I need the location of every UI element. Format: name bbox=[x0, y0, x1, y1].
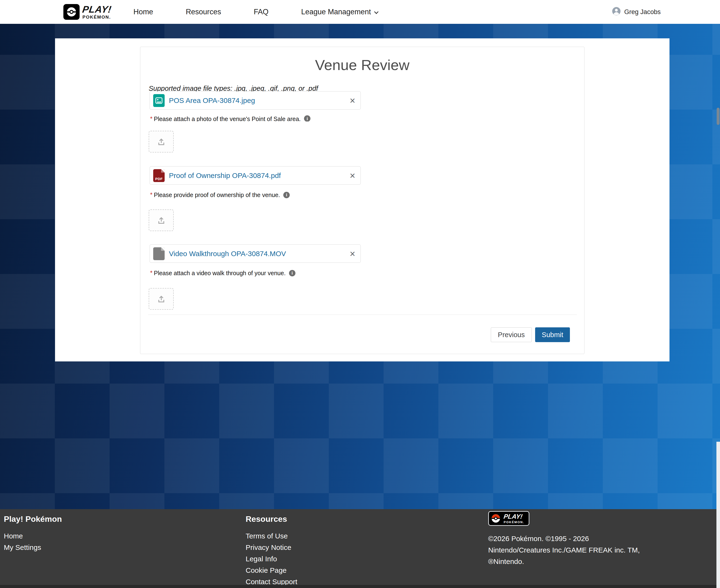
required-asterisk: * bbox=[150, 269, 152, 276]
pokeball-icon bbox=[491, 513, 501, 523]
footer-heading-play-pokemon: Play! Pokémon bbox=[4, 514, 62, 524]
remove-file-button[interactable]: × bbox=[349, 96, 356, 105]
nav-resources[interactable]: Resources bbox=[186, 8, 221, 16]
content-panel: Venue Review Supported image file types:… bbox=[55, 38, 670, 361]
brand-wordmark: PLAY! POKÉMON. bbox=[82, 4, 111, 19]
info-icon[interactable]: i bbox=[289, 270, 295, 276]
file-link[interactable]: POS Area OPA-30874.jpeg bbox=[169, 97, 349, 105]
copyright-line: ®Nintendo. bbox=[488, 556, 640, 567]
footer-bottom-strip bbox=[0, 585, 720, 588]
footer-link-contact-support[interactable]: Contact Support bbox=[246, 578, 297, 586]
info-icon[interactable]: i bbox=[304, 115, 311, 122]
nav-league-management[interactable]: League Management bbox=[301, 8, 378, 16]
image-doctype-icon bbox=[153, 94, 165, 107]
footer-heading-resources: Resources bbox=[246, 514, 287, 524]
file-chip-video-walkthrough[interactable]: Video Walkthrough OPA-30874.MOV × bbox=[150, 245, 361, 263]
venue-review-card: Venue Review Supported image file types:… bbox=[140, 47, 585, 354]
scrollbar-thumb[interactable] bbox=[717, 108, 720, 125]
file-requirement-text: * Please provide proof of ownership of t… bbox=[150, 191, 290, 198]
user-menu[interactable]: Greg Jacobs bbox=[612, 0, 661, 24]
scrollbar-track[interactable] bbox=[716, 442, 720, 588]
required-asterisk: * bbox=[150, 115, 152, 122]
footer-brand-logo: PLAY! POKÉMON. bbox=[488, 511, 529, 526]
copyright-line: ©2026 Pokémon. ©1995 - 2026 bbox=[488, 533, 640, 544]
file-link[interactable]: Video Walkthrough OPA-30874.MOV bbox=[169, 250, 349, 258]
page: PLAY! POKÉMON. Home Resources FAQ League… bbox=[0, 0, 720, 588]
pokeball-icon bbox=[63, 4, 80, 20]
footer-link-privacy-notice[interactable]: Privacy Notice bbox=[246, 543, 291, 551]
unknown-doctype-icon bbox=[153, 247, 165, 260]
file-link[interactable]: Proof of Ownership OPA-30874.pdf bbox=[169, 171, 349, 180]
footer-link-cookie-page[interactable]: Cookie Page bbox=[246, 566, 287, 574]
info-icon[interactable]: i bbox=[283, 192, 290, 198]
previous-button[interactable]: Previous bbox=[491, 327, 532, 342]
primary-nav: Home Resources FAQ League Management bbox=[133, 8, 378, 16]
file-requirement-text: * Please attach a video walk through of … bbox=[150, 270, 295, 277]
brand-pokemon-text: POKÉMON. bbox=[82, 15, 111, 19]
upload-icon bbox=[156, 294, 166, 304]
chevron-down-icon bbox=[374, 9, 378, 14]
submit-button[interactable]: Submit bbox=[535, 327, 570, 342]
upload-dropzone[interactable] bbox=[149, 288, 174, 310]
requirement-label: Please provide proof of ownership of the… bbox=[154, 191, 280, 198]
requirement-label: Please attach a video walk through of yo… bbox=[154, 270, 286, 277]
brand-pokemon-text: POKÉMON. bbox=[504, 521, 524, 524]
required-asterisk: * bbox=[150, 191, 152, 198]
footer-link-my-settings[interactable]: My Settings bbox=[4, 543, 41, 551]
brand-logo[interactable]: PLAY! POKÉMON. bbox=[63, 4, 111, 20]
upload-dropzone[interactable] bbox=[149, 131, 174, 152]
pdf-badge: PDF bbox=[153, 177, 165, 181]
file-chip-proof-of-ownership[interactable]: PDF Proof of Ownership OPA-30874.pdf × bbox=[150, 166, 361, 185]
page-title: Venue Review bbox=[140, 57, 584, 74]
footer-brand-wordmark: PLAY! POKÉMON. bbox=[504, 513, 524, 524]
copyright-line: Nintendo/Creatures Inc./GAME FREAK inc. … bbox=[488, 544, 640, 556]
copyright-text: ©2026 Pokémon. ©1995 - 2026 Nintendo/Cre… bbox=[488, 533, 640, 567]
upload-dropzone[interactable] bbox=[149, 209, 174, 231]
nav-home[interactable]: Home bbox=[133, 8, 153, 16]
nav-league-management-label: League Management bbox=[301, 8, 371, 16]
footer: Play! Pokémon Home My Settings Resources… bbox=[0, 509, 720, 588]
footer-link-terms-of-use[interactable]: Terms of Use bbox=[246, 532, 288, 540]
footer-link-legal-info[interactable]: Legal Info bbox=[246, 555, 277, 563]
footer-link-home[interactable]: Home bbox=[4, 532, 23, 540]
user-name: Greg Jacobs bbox=[624, 8, 661, 16]
remove-file-button[interactable]: × bbox=[349, 171, 356, 180]
footer-divider bbox=[148, 314, 577, 315]
remove-file-button[interactable]: × bbox=[349, 249, 356, 258]
avatar-icon bbox=[612, 7, 621, 17]
file-requirement-text: * Please attach a photo of the venue's P… bbox=[150, 115, 311, 122]
upload-icon bbox=[156, 215, 166, 225]
brand-play-text: PLAY! bbox=[503, 513, 525, 520]
pdf-doctype-icon: PDF bbox=[153, 169, 165, 182]
upload-icon bbox=[156, 137, 166, 147]
nav-faq[interactable]: FAQ bbox=[254, 8, 269, 16]
file-chip-pos-area[interactable]: POS Area OPA-30874.jpeg × bbox=[150, 91, 361, 110]
navbar: PLAY! POKÉMON. Home Resources FAQ League… bbox=[0, 0, 720, 24]
brand-play-text: PLAY! bbox=[82, 4, 112, 14]
requirement-label: Please attach a photo of the venue's Poi… bbox=[154, 115, 301, 122]
